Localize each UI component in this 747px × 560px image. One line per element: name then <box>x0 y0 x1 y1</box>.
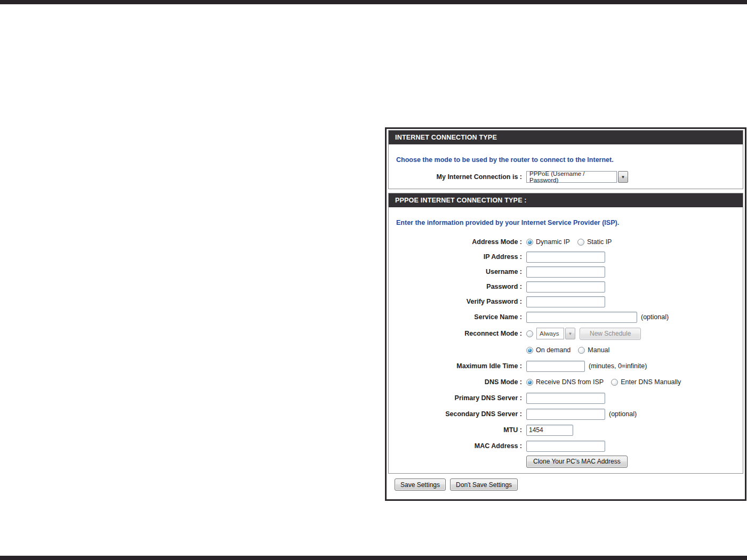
service-name-row: Service Name : (optional) <box>389 309 743 325</box>
maximum-idle-time-note: (minutes, 0=infinite) <box>589 362 647 370</box>
internet-connection-select[interactable]: PPPoE (Username / Password) ▼ <box>526 171 628 183</box>
reconnect-schedule-selected-value[interactable]: Always <box>536 328 564 339</box>
page-top-rule <box>0 0 747 4</box>
clone-mac-row: Clone Your PC's MAC Address <box>389 454 743 469</box>
service-name-input[interactable] <box>526 312 637 323</box>
manual-radio[interactable] <box>578 347 585 354</box>
service-name-optional-note: (optional) <box>641 313 669 321</box>
reconnect-mode-row-2: On demand Manual <box>389 342 743 358</box>
my-internet-connection-label: My Internet Connection is : <box>389 173 522 181</box>
primary-dns-row: Primary DNS Server : <box>389 390 743 406</box>
secondary-dns-optional-note: (optional) <box>609 410 637 418</box>
username-label: Username : <box>389 268 522 275</box>
clone-mac-button[interactable]: Clone Your PC's MAC Address <box>526 456 628 468</box>
primary-dns-label: Primary DNS Server : <box>389 394 522 402</box>
maximum-idle-time-input[interactable] <box>526 361 585 372</box>
primary-dns-input[interactable] <box>526 393 605 404</box>
receive-dns-label: Receive DNS from ISP <box>536 378 604 386</box>
pppoe-form: Address Mode : Dynamic IP Static IP IP A… <box>389 234 743 469</box>
mtu-input[interactable] <box>526 425 573 436</box>
static-ip-radio[interactable] <box>577 239 584 246</box>
receive-dns-radio[interactable] <box>526 379 533 386</box>
mac-address-row: MAC Address : <box>389 438 743 454</box>
address-mode-label: Address Mode : <box>389 238 522 246</box>
dns-mode-row: DNS Mode : Receive DNS from ISP Enter DN… <box>389 374 743 390</box>
mtu-row: MTU : <box>389 422 743 438</box>
manual-page: INTERNET CONNECTION TYPE Choose the mode… <box>0 0 747 560</box>
new-schedule-button[interactable]: New Schedule <box>580 328 641 340</box>
manual-label: Manual <box>588 346 609 354</box>
password-row: Password : <box>389 279 743 294</box>
ip-address-row: IP Address : <box>389 249 743 264</box>
service-name-label: Service Name : <box>389 313 522 321</box>
dynamic-ip-radio[interactable] <box>526 239 533 246</box>
enter-dns-label: Enter DNS Manually <box>621 378 681 386</box>
save-settings-button[interactable]: Save Settings <box>395 478 446 491</box>
dont-save-settings-button[interactable]: Don't Save Settings <box>450 478 518 491</box>
mtu-label: MTU : <box>389 426 522 434</box>
footer-buttons-row: Save Settings Don't Save Settings <box>395 478 744 491</box>
mac-address-label: MAC Address : <box>389 442 522 450</box>
username-input[interactable] <box>526 266 605 278</box>
password-label: Password : <box>389 283 522 290</box>
ip-address-input[interactable] <box>526 251 605 263</box>
reconnect-mode-row: Reconnect Mode : Always ▼ New Schedule <box>389 325 743 342</box>
dns-mode-label: DNS Mode : <box>389 378 522 386</box>
my-internet-connection-row: My Internet Connection is : PPPoE (Usern… <box>389 168 743 185</box>
username-row: Username : <box>389 264 743 279</box>
on-demand-label: On demand <box>536 346 571 354</box>
maximum-idle-time-row: Maximum Idle Time : (minutes, 0=infinite… <box>389 358 743 374</box>
section-header-internet-connection-type: INTERNET CONNECTION TYPE <box>389 131 743 144</box>
dynamic-ip-label: Dynamic IP <box>536 238 570 246</box>
router-settings-panel: INTERNET CONNECTION TYPE Choose the mode… <box>385 127 746 501</box>
reconnect-mode-label: Reconnect Mode : <box>389 330 522 337</box>
ip-address-label: IP Address : <box>389 253 522 261</box>
enter-dns-radio[interactable] <box>611 379 618 386</box>
secondary-dns-input[interactable] <box>526 409 605 420</box>
mac-address-input[interactable] <box>526 441 605 452</box>
page-bottom-rule <box>0 556 747 560</box>
section-header-pppoe-connection-type: PPPOE INTERNET CONNECTION TYPE : <box>389 193 743 207</box>
maximum-idle-time-label: Maximum Idle Time : <box>389 362 522 370</box>
static-ip-label: Static IP <box>587 238 612 246</box>
address-mode-row: Address Mode : Dynamic IP Static IP <box>389 234 743 249</box>
on-demand-radio[interactable] <box>526 347 533 354</box>
internet-connection-selected-value[interactable]: PPPoE (Username / Password) <box>526 171 617 183</box>
password-input[interactable] <box>526 281 605 293</box>
pppoe-description: Enter the information provided by your I… <box>396 219 737 227</box>
pppoe-connection-type-section: PPPOE INTERNET CONNECTION TYPE : Enter t… <box>388 193 743 474</box>
reconnect-schedule-select[interactable]: Always ▼ <box>536 328 575 339</box>
internet-connection-type-section: INTERNET CONNECTION TYPE Choose the mode… <box>388 130 743 189</box>
secondary-dns-row: Secondary DNS Server : (optional) <box>389 406 743 422</box>
verify-password-label: Verify Password : <box>389 298 522 305</box>
verify-password-row: Verify Password : <box>389 294 743 309</box>
chevron-down-icon[interactable]: ▼ <box>565 328 575 339</box>
secondary-dns-label: Secondary DNS Server : <box>389 410 522 418</box>
chevron-down-icon[interactable]: ▼ <box>618 171 628 183</box>
verify-password-input[interactable] <box>526 296 605 307</box>
reconnect-always-radio[interactable] <box>526 330 533 337</box>
internet-connection-description: Choose the mode to be used by the router… <box>396 156 737 164</box>
